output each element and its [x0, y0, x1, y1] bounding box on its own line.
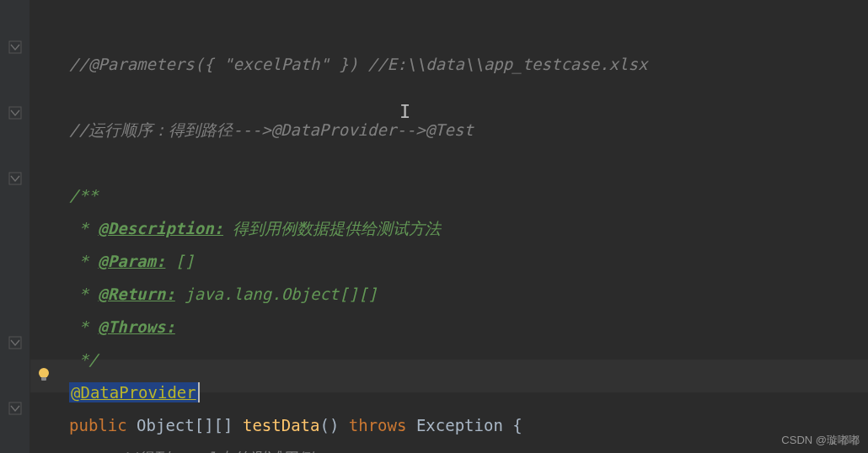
comment-text: //得到excel内的测试用例 [117, 449, 313, 453]
code-line: * @Param: [] [69, 245, 868, 278]
keyword: throws [349, 416, 407, 434]
collapse-icon[interactable] [8, 106, 22, 120]
annotation-at: @ [71, 383, 80, 402]
comment-text: Provider-->@Test [319, 120, 474, 139]
watermark-text: CSDN @璇嘟嘟 [781, 433, 860, 448]
annotation-name: DataProvider [80, 383, 196, 402]
code-line: public Object[][] testData() throws Exce… [69, 409, 868, 442]
open-brace: { [512, 416, 522, 434]
javadoc-tag: @Throws: [98, 317, 175, 336]
svg-rect-1 [9, 107, 21, 119]
code-line: //得到excel内的测试用例 [69, 442, 868, 453]
svg-rect-3 [9, 337, 21, 349]
comment-text: --->@Data [233, 120, 319, 139]
editor-gutter [0, 0, 30, 453]
parens: () [319, 416, 339, 434]
comment-text: //@Parameters({ "excelPath" }) //E:\\dat… [69, 55, 647, 73]
code-editor[interactable]: //@Parameters({ "excelPath" }) //E:\\dat… [30, 0, 868, 453]
code-line: */ [69, 344, 868, 376]
comment-text: 运行顺序：得到路径 [88, 120, 233, 139]
svg-rect-2 [9, 173, 21, 184]
javadoc-start: /** [69, 186, 98, 205]
javadoc-text: 得到用例数据提供给测试方法 [223, 219, 441, 237]
comment-text: // [69, 120, 88, 139]
code-line: //运行顺序：得到路径--->@DataIProvider-->@Test [69, 114, 868, 147]
svg-rect-4 [9, 402, 21, 414]
code-line: //@Parameters({ "excelPath" }) //E:\\dat… [69, 48, 868, 81]
javadoc-tag: @Return: [98, 285, 175, 303]
collapse-icon[interactable] [8, 40, 22, 54]
collapse-icon[interactable] [8, 402, 22, 415]
method-name: testData [243, 416, 320, 434]
collapse-icon[interactable] [8, 172, 22, 185]
javadoc-text: java.lang.Object[][] [175, 285, 378, 303]
javadoc-tag: @Param: [98, 252, 165, 270]
text-caret [198, 382, 200, 402]
javadoc-text: [] [165, 252, 194, 270]
code-line: * @Description: 得到用例数据提供给测试方法 [69, 212, 868, 245]
code-line: @DataProvider [69, 376, 868, 409]
code-line: * @Throws: [69, 311, 868, 344]
javadoc-tag: @Description: [98, 219, 223, 237]
code-line: * @Return: java.lang.Object[][] [69, 278, 868, 311]
svg-rect-0 [9, 41, 21, 53]
collapse-icon[interactable] [8, 336, 22, 349]
type: Object[][] [137, 416, 233, 434]
text-cursor-icon: I [399, 95, 410, 128]
code-line: /** [69, 179, 868, 212]
javadoc-end: */ [69, 350, 98, 369]
keyword: public [69, 416, 127, 434]
type: Exception [416, 416, 503, 434]
